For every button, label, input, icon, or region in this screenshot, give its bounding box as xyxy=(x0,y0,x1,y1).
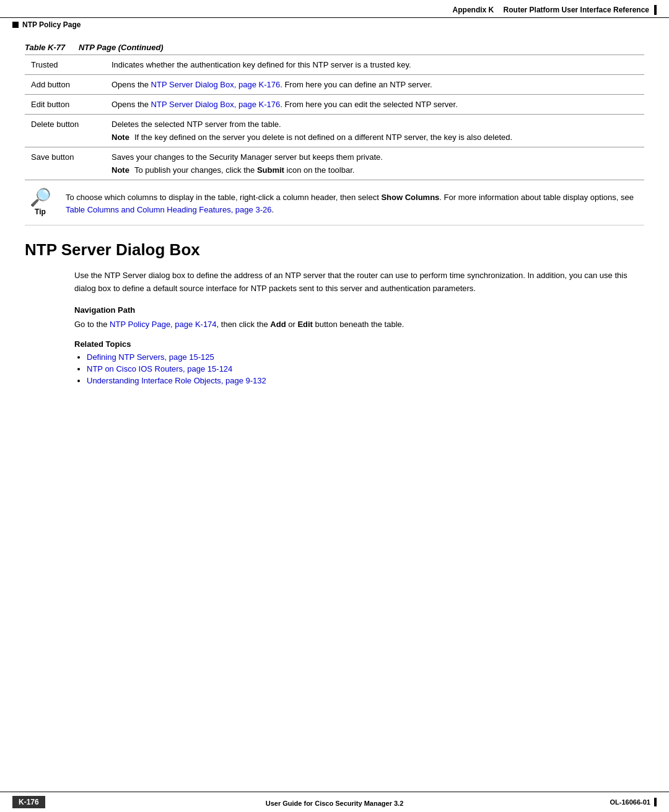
row-label-add: Add button xyxy=(25,75,105,95)
list-item: Understanding Interface Role Objects, pa… xyxy=(87,376,644,385)
note-label-save: Note xyxy=(112,165,129,175)
subheader-icon xyxy=(12,22,19,28)
related-topic-link-1[interactable]: Defining NTP Servers, page 15-125 xyxy=(87,352,214,362)
delete-note: Note If the key defined on the server yo… xyxy=(112,133,638,142)
table-row: Add button Opens the NTP Server Dialog B… xyxy=(25,75,644,95)
edit-button-link[interactable]: NTP Server Dialog Box, page K-176 xyxy=(151,100,281,109)
appendix-label: Appendix K xyxy=(453,6,494,14)
table-row: Edit button Opens the NTP Server Dialog … xyxy=(25,95,644,115)
ntp-table: Trusted Indicates whether the authentica… xyxy=(25,55,644,180)
row-label-trusted: Trusted xyxy=(25,55,105,75)
tip-link[interactable]: Table Columns and Column Heading Feature… xyxy=(66,205,271,214)
table-title-label: Table K-77 xyxy=(25,43,65,52)
section-heading: NTP Server Dialog Box xyxy=(25,240,644,260)
tip-icon: 🔍 xyxy=(30,189,51,206)
row-desc-trusted: Indicates whether the authentication key… xyxy=(105,55,644,75)
tip-content: To choose which columns to display in th… xyxy=(66,189,644,216)
subheader-label: NTP Policy Page xyxy=(22,20,81,29)
row-desc-delete: Deletes the selected NTP server from the… xyxy=(105,115,644,147)
add-button-link[interactable]: NTP Server Dialog Box, page K-176 xyxy=(151,80,281,89)
row-desc-add: Opens the NTP Server Dialog Box, page K-… xyxy=(105,75,644,95)
list-item: NTP on Cisco IOS Routers, page 15-124 xyxy=(87,364,644,373)
related-topics-title: Related Topics xyxy=(74,339,644,349)
table-title-text: NTP Page (Continued) xyxy=(79,43,164,52)
row-label-save: Save button xyxy=(25,147,105,180)
row-desc-save: Saves your changes to the Security Manag… xyxy=(105,147,644,180)
footer-bar xyxy=(654,798,657,806)
table-row: Save button Saves your changes to the Se… xyxy=(25,147,644,180)
tip-label: Tip xyxy=(35,207,46,216)
header-bar xyxy=(654,5,657,15)
nav-path-link[interactable]: NTP Policy Page, page K-174 xyxy=(110,320,216,329)
table-row: Delete button Deletes the selected NTP s… xyxy=(25,115,644,147)
note-label: Note xyxy=(112,133,129,142)
related-topics-list: Defining NTP Servers, page 15-125 NTP on… xyxy=(87,352,644,385)
header-separator xyxy=(497,6,499,14)
section-body: Use the NTP Server dialog box to define … xyxy=(74,269,644,295)
page-header: Appendix K Router Platform User Interfac… xyxy=(0,0,669,18)
header-title: Router Platform User Interface Reference xyxy=(504,6,649,14)
page-subheader: NTP Policy Page xyxy=(0,18,669,32)
save-note: Note To publish your changes, click the … xyxy=(112,165,638,175)
table-row: Trusted Indicates whether the authentica… xyxy=(25,55,644,75)
page-footer: K-176 User Guide for Cisco Security Mana… xyxy=(0,792,669,812)
note-text-save: To publish your changes, click the Submi… xyxy=(134,165,355,175)
related-topic-link-2[interactable]: NTP on Cisco IOS Routers, page 15-124 xyxy=(87,364,232,373)
tip-icon-area: 🔍 Tip xyxy=(25,189,56,216)
page-number-badge: K-176 xyxy=(12,796,45,808)
tip-section: 🔍 Tip To choose which columns to display… xyxy=(25,180,644,225)
related-topic-link-3[interactable]: Understanding Interface Role Objects, pa… xyxy=(87,376,266,385)
note-text: If the key defined on the server you del… xyxy=(134,133,512,142)
row-desc-edit: Opens the NTP Server Dialog Box, page K-… xyxy=(105,95,644,115)
list-item: Defining NTP Servers, page 15-125 xyxy=(87,352,644,362)
footer-center-text: User Guide for Cisco Security Manager 3.… xyxy=(266,800,404,807)
navigation-path-body: Go to the NTP Policy Page, page K-174, t… xyxy=(74,318,644,331)
main-content: Table K-77 NTP Page (Continued) Trusted … xyxy=(0,32,669,425)
footer-right: OL-16066-01 xyxy=(610,798,657,806)
table-title: Table K-77 NTP Page (Continued) xyxy=(25,38,644,55)
navigation-path-title: Navigation Path xyxy=(74,305,644,315)
row-label-edit: Edit button xyxy=(25,95,105,115)
footer-doc-number: OL-16066-01 xyxy=(610,798,650,806)
row-label-delete: Delete button xyxy=(25,115,105,147)
